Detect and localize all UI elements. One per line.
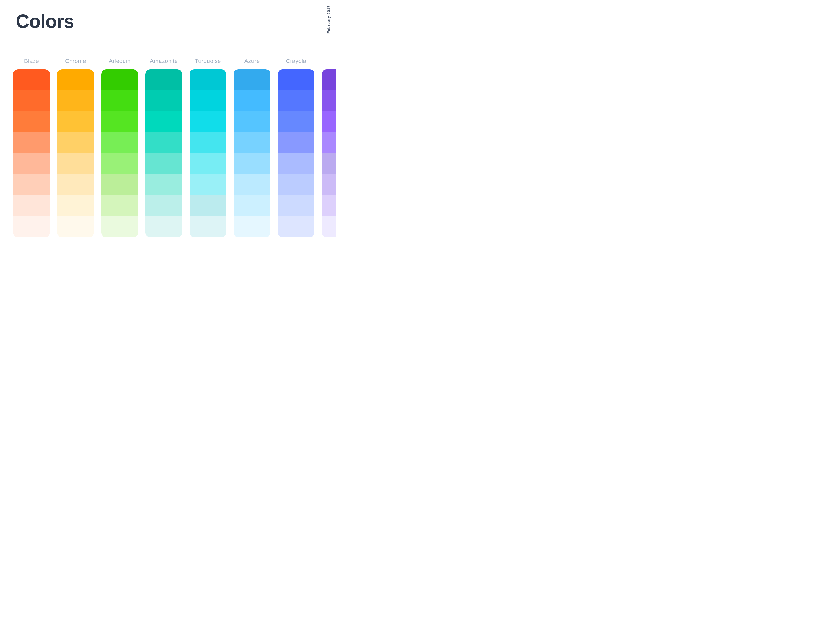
swatch-tile-azure-6 (234, 195, 270, 216)
swatch-tile-amazonite-6 (145, 195, 182, 216)
swatch-tile-chrome-6 (57, 195, 94, 216)
swatch-card-turquoise (189, 69, 226, 237)
swatch-tile-blaze-4 (13, 153, 50, 174)
swatch-tile-blaze-7 (13, 216, 50, 237)
swatch-tile-chrome-3 (57, 132, 94, 153)
swatch-group-turquoise: Turquoise (187, 58, 229, 237)
page-title: Colors (16, 11, 74, 32)
swatch-tile-amazonite-3 (145, 132, 182, 153)
swatch-tile-crayola-2 (278, 111, 314, 132)
swatch-tile-arlequin-2 (101, 111, 138, 132)
swatch-group-arlequin: Arlequin (99, 58, 141, 237)
swatch-tile-amazonite-5 (145, 174, 182, 195)
swatch-group-crayola: Crayola (275, 58, 317, 237)
swatch-tile-pur-2 (322, 111, 336, 132)
swatch-tile-azure-0 (234, 69, 270, 90)
swatch-tile-turquoise-5 (189, 174, 226, 195)
swatch-card-amazonite (145, 69, 182, 237)
swatch-tile-turquoise-3 (189, 132, 226, 153)
swatch-group-chrome: Chrome (55, 58, 96, 237)
swatch-tile-blaze-5 (13, 174, 50, 195)
swatch-tile-pur-0 (322, 69, 336, 90)
swatch-tile-azure-3 (234, 132, 270, 153)
swatch-tile-turquoise-2 (189, 111, 226, 132)
swatch-card-pur (322, 69, 336, 237)
swatch-tile-azure-7 (234, 216, 270, 237)
swatch-tile-turquoise-4 (189, 153, 226, 174)
swatch-card-azure (234, 69, 270, 237)
swatch-tile-pur-1 (322, 90, 336, 111)
swatch-tile-azure-4 (234, 153, 270, 174)
swatch-tile-amazonite-7 (145, 216, 182, 237)
swatch-label-amazonite: Amazonite (150, 58, 178, 65)
swatch-tile-arlequin-7 (101, 216, 138, 237)
swatch-tile-crayola-7 (278, 216, 314, 237)
swatch-tile-turquoise-6 (189, 195, 226, 216)
swatch-tile-turquoise-7 (189, 216, 226, 237)
swatch-tile-azure-2 (234, 111, 270, 132)
swatch-tile-blaze-0 (13, 69, 50, 90)
swatch-tile-blaze-6 (13, 195, 50, 216)
swatch-label-chrome: Chrome (65, 58, 86, 65)
swatch-tile-blaze-3 (13, 132, 50, 153)
swatch-label-blaze: Blaze (24, 58, 39, 65)
swatch-tile-crayola-1 (278, 90, 314, 111)
swatch-tile-amazonite-4 (145, 153, 182, 174)
swatch-label-azure: Azure (245, 58, 260, 65)
swatch-tile-crayola-6 (278, 195, 314, 216)
swatch-tile-turquoise-1 (189, 90, 226, 111)
swatch-tile-pur-4 (322, 153, 336, 174)
swatch-tile-chrome-7 (57, 216, 94, 237)
swatch-tile-arlequin-3 (101, 132, 138, 153)
swatch-card-blaze (13, 69, 50, 237)
swatch-tile-arlequin-1 (101, 90, 138, 111)
swatch-tile-crayola-0 (278, 69, 314, 90)
swatch-tile-crayola-4 (278, 153, 314, 174)
swatch-tile-chrome-0 (57, 69, 94, 90)
swatch-label-arlequin: Arlequin (109, 58, 131, 65)
swatch-tile-chrome-2 (57, 111, 94, 132)
date-label: February 2017 (327, 5, 331, 33)
swatch-group-amazonite: Amazonite (143, 58, 185, 237)
swatch-tile-pur-5 (322, 174, 336, 195)
swatch-label-crayola: Crayola (286, 58, 306, 65)
swatches-container: BlazeChromeArlequinAmazoniteTurquoiseAzu… (11, 58, 336, 237)
swatch-tile-crayola-5 (278, 174, 314, 195)
swatch-tile-azure-5 (234, 174, 270, 195)
swatch-tile-arlequin-6 (101, 195, 138, 216)
swatch-tile-amazonite-0 (145, 69, 182, 90)
swatch-tile-arlequin-4 (101, 153, 138, 174)
swatch-card-chrome (57, 69, 94, 237)
swatch-tile-chrome-1 (57, 90, 94, 111)
swatch-tile-turquoise-0 (189, 69, 226, 90)
swatch-tile-pur-6 (322, 195, 336, 216)
swatch-tile-arlequin-0 (101, 69, 138, 90)
swatch-tile-blaze-1 (13, 90, 50, 111)
swatch-tile-chrome-5 (57, 174, 94, 195)
swatch-group-blaze: Blaze (11, 58, 52, 237)
swatch-card-arlequin (101, 69, 138, 237)
swatch-tile-azure-1 (234, 90, 270, 111)
swatch-tile-arlequin-5 (101, 174, 138, 195)
swatch-tile-pur-3 (322, 132, 336, 153)
swatch-group-pur: Pur (319, 58, 336, 237)
swatch-tile-crayola-3 (278, 132, 314, 153)
swatch-tile-blaze-2 (13, 111, 50, 132)
swatch-tile-amazonite-2 (145, 111, 182, 132)
swatch-label-pur: Pur (335, 58, 336, 65)
swatch-card-crayola (278, 69, 314, 237)
swatch-label-turquoise: Turquoise (195, 58, 221, 65)
swatch-group-azure: Azure (231, 58, 273, 237)
swatch-tile-chrome-4 (57, 153, 94, 174)
swatch-tile-pur-7 (322, 216, 336, 237)
swatch-tile-amazonite-1 (145, 90, 182, 111)
